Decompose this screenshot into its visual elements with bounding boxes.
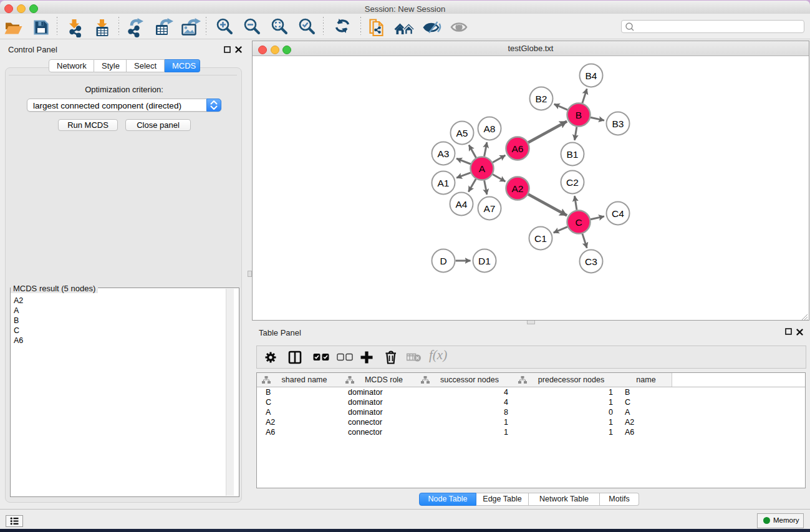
svg-text:D1: D1 [478, 256, 491, 266]
svg-text:B: B [576, 110, 582, 120]
svg-text:C: C [575, 217, 582, 228]
svg-text:A7: A7 [484, 203, 496, 214]
svg-text:A2: A2 [512, 183, 524, 194]
svg-text:A1: A1 [438, 178, 450, 188]
svg-text:B3: B3 [612, 118, 624, 129]
svg-text:D: D [440, 256, 446, 266]
svg-text:B2: B2 [536, 94, 547, 104]
svg-text:A: A [479, 163, 486, 174]
svg-text:C1: C1 [534, 233, 547, 244]
svg-text:A3: A3 [438, 148, 450, 159]
svg-text:C2: C2 [566, 177, 579, 188]
svg-text:A8: A8 [484, 123, 496, 134]
svg-text:A6: A6 [512, 143, 524, 154]
svg-text:C4: C4 [612, 208, 624, 219]
svg-text:B4: B4 [586, 70, 597, 81]
svg-text:C3: C3 [585, 256, 597, 267]
svg-text:A5: A5 [456, 128, 468, 138]
svg-text:A4: A4 [456, 199, 468, 210]
svg-text:B1: B1 [567, 149, 579, 160]
